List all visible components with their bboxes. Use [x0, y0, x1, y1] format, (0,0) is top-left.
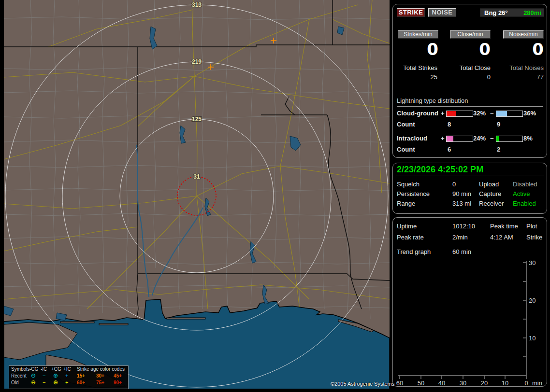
ic-negative-pct: 8% [523, 135, 533, 142]
total-noises-label: Total Noises [499, 64, 544, 71]
neg-ic-old-icon: − [43, 379, 45, 385]
map-legend: Symbols -CG -IC +CG +IC Strike age color… [9, 365, 129, 389]
datetime-display: 2/23/2026 4:25:02 PM [397, 165, 483, 175]
ic-count-label: Count [397, 146, 415, 153]
y-tick-20: 20 [529, 297, 536, 304]
cg-count-label: Count [397, 121, 415, 128]
upload-status: Disabled [513, 181, 537, 188]
x-tick-50: 50 [418, 379, 424, 386]
counters-panel: STRIKE NOISE Bng 26° 280mi Strikes/min C… [392, 4, 547, 158]
trend-axes [398, 261, 526, 379]
map-canvas: 313 219 125 31 [4, 0, 390, 389]
range-label: Range [397, 200, 415, 207]
ic-minus-sign: − [490, 135, 494, 142]
persistence-value: 90 min [452, 190, 471, 197]
close-per-min-button[interactable]: Close/min [450, 30, 491, 39]
bearing-value: Bng 26° [484, 9, 508, 16]
cg-negative-bar [496, 111, 523, 117]
total-close-value: 0 [446, 73, 491, 81]
distance-value: 280mi [523, 9, 541, 16]
pos-cg-old-icon: ⊕ [53, 379, 58, 386]
x-axis-unit: min [532, 379, 542, 386]
ring-label-31: 31 [193, 173, 200, 180]
x-tick-0: 0 [524, 379, 528, 386]
ic-positive-pct: 24% [473, 135, 486, 142]
y-tick-10: 10 [529, 335, 536, 342]
distribution-title: Lightning type distribution [397, 97, 468, 104]
datetime-underline [396, 176, 544, 176]
pos-cg-recent-icon: ⊕ [53, 372, 58, 379]
ring-label-313: 313 [192, 1, 202, 8]
capture-status: Active [513, 190, 530, 197]
cg-minus-sign: − [490, 110, 494, 117]
age-30: 30+ [96, 373, 104, 378]
strikes-per-min-value: 0 [393, 41, 438, 57]
noise-mode-button[interactable]: NOISE [428, 8, 456, 17]
ic-plus-sign: + [441, 135, 445, 142]
cg-plus-sign: + [441, 110, 445, 117]
close-per-min-value: 0 [445, 41, 491, 57]
legend-row-old-label: Old [11, 380, 19, 385]
legend-col-ic-neg: -IC [41, 366, 47, 372]
stats-trend-panel: Uptime 1012:10 Peak time Plot Peak rate … [392, 217, 547, 387]
x-tick-60: 60 [396, 379, 403, 386]
noises-per-min-button[interactable]: Noises/min [503, 30, 544, 39]
pos-ic-old-icon: + [65, 379, 68, 385]
distribution-separator [397, 106, 543, 107]
cg-negative-pct: 36% [523, 110, 536, 117]
age-45: 45+ [114, 373, 122, 378]
bearing-distance-box: Bng 26° 280mi [480, 8, 544, 17]
x-tick-40: 40 [438, 379, 445, 386]
ic-negative-count: 2 [497, 146, 500, 153]
total-close-label: Total Close [446, 64, 491, 71]
legend-col-cg-neg: -CG [29, 366, 38, 372]
noises-per-min-value: 0 [498, 41, 544, 57]
cloud-ground-label: Cloud-ground [397, 110, 438, 117]
receiver-status: Enabled [513, 200, 536, 207]
ring-label-219: 219 [192, 58, 202, 65]
ic-negative-bar [496, 136, 523, 142]
legend-col-ic-pos: +IC [63, 366, 71, 372]
cg-negative-count: 9 [497, 121, 500, 128]
ic-positive-count: 6 [448, 146, 451, 153]
copyright-text: ©2005 Astrogenic Systems [331, 381, 394, 387]
age-60: 60+ [77, 380, 85, 385]
ic-positive-bar [446, 136, 473, 142]
x-tick-30: 30 [460, 379, 466, 386]
range-value: 313 mi [452, 200, 471, 207]
y-tick-30: 30 [529, 259, 536, 266]
lightning-map[interactable]: 313 219 125 31 Symbols -CG -IC +CG +IC S… [4, 0, 390, 389]
cg-positive-pct: 32% [473, 110, 486, 117]
total-strikes-value: 25 [393, 73, 437, 81]
strikes-per-min-button[interactable]: Strikes/min [398, 30, 438, 39]
legend-col-cg-pos: +CG [51, 366, 61, 372]
receiver-label: Receiver [479, 200, 504, 207]
x-tick-labels: 60 50 40 30 20 10 0 [396, 379, 528, 386]
strike-mode-button[interactable]: STRIKE [397, 8, 425, 17]
legend-age-header: Strike age color codes [77, 366, 125, 372]
intracloud-label: Intracloud [397, 135, 427, 142]
x-tick-20: 20 [481, 379, 488, 386]
trend-graph: 30 20 10 60 50 40 30 20 10 0 min [393, 218, 547, 386]
neg-ic-recent-icon: − [43, 373, 45, 378]
total-strikes-label: Total Strikes [393, 64, 437, 71]
neg-cg-recent-icon: ⊖ [31, 372, 36, 379]
cg-positive-bar [446, 111, 473, 117]
capture-label: Capture [479, 190, 501, 197]
age-15: 15+ [77, 373, 85, 378]
ring-label-125: 125 [192, 116, 202, 123]
pos-ic-recent-icon: + [65, 373, 68, 378]
x-tick-10: 10 [502, 379, 508, 386]
total-noises-value: 77 [499, 73, 544, 81]
persistence-label: Persistence [397, 190, 430, 197]
squelch-label: Squelch [397, 181, 420, 188]
neg-cg-old-icon: ⊖ [31, 379, 36, 386]
age-90: 90+ [114, 380, 122, 385]
squelch-value: 0 [452, 181, 456, 188]
legend-symbols-header: Symbols [11, 366, 29, 372]
age-75: 75+ [96, 380, 104, 385]
cg-positive-count: 8 [448, 121, 451, 128]
upload-label: Upload [479, 181, 499, 188]
status-panel: 2/23/2026 4:25:02 PM Squelch 0 Upload Di… [392, 163, 547, 214]
legend-row-recent-label: Recent [11, 373, 27, 378]
